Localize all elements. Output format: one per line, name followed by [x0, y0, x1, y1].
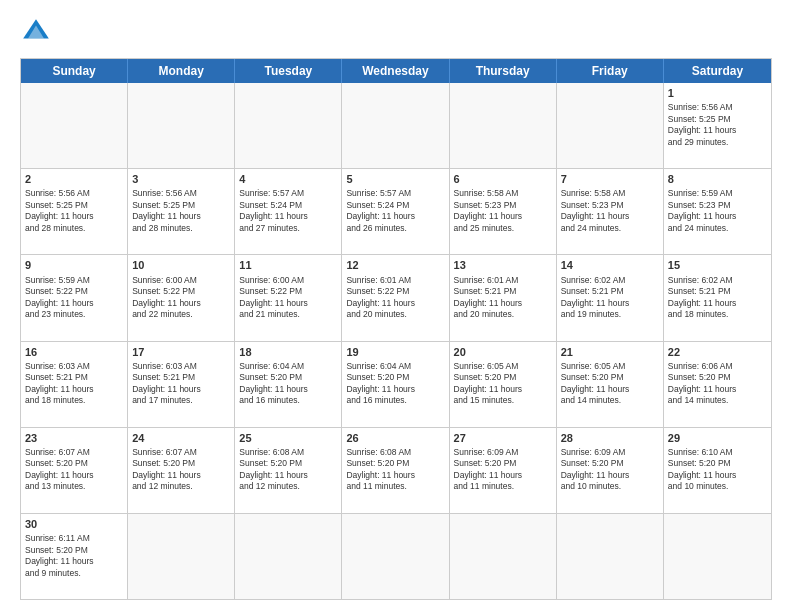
cell-info: Sunrise: 6:06 AM Sunset: 5:20 PM Dayligh…	[668, 361, 767, 407]
day-number: 5	[346, 172, 444, 186]
calendar-cell: 8Sunrise: 5:59 AM Sunset: 5:23 PM Daylig…	[664, 169, 771, 254]
calendar-cell: 16Sunrise: 6:03 AM Sunset: 5:21 PM Dayli…	[21, 342, 128, 427]
calendar-cell: 1Sunrise: 5:56 AM Sunset: 5:25 PM Daylig…	[664, 83, 771, 168]
cell-info: Sunrise: 6:09 AM Sunset: 5:20 PM Dayligh…	[561, 447, 659, 493]
day-number: 12	[346, 258, 444, 272]
calendar-cell: 2Sunrise: 5:56 AM Sunset: 5:25 PM Daylig…	[21, 169, 128, 254]
cell-info: Sunrise: 6:05 AM Sunset: 5:20 PM Dayligh…	[454, 361, 552, 407]
calendar-cell	[557, 83, 664, 168]
calendar-cell: 23Sunrise: 6:07 AM Sunset: 5:20 PM Dayli…	[21, 428, 128, 513]
cell-info: Sunrise: 6:04 AM Sunset: 5:20 PM Dayligh…	[239, 361, 337, 407]
cell-info: Sunrise: 6:00 AM Sunset: 5:22 PM Dayligh…	[132, 275, 230, 321]
calendar-cell: 25Sunrise: 6:08 AM Sunset: 5:20 PM Dayli…	[235, 428, 342, 513]
cell-info: Sunrise: 5:56 AM Sunset: 5:25 PM Dayligh…	[668, 102, 767, 148]
cell-info: Sunrise: 5:59 AM Sunset: 5:23 PM Dayligh…	[668, 188, 767, 234]
day-number: 8	[668, 172, 767, 186]
day-number: 2	[25, 172, 123, 186]
logo	[20, 16, 56, 48]
calendar-cell: 17Sunrise: 6:03 AM Sunset: 5:21 PM Dayli…	[128, 342, 235, 427]
cell-info: Sunrise: 6:03 AM Sunset: 5:21 PM Dayligh…	[132, 361, 230, 407]
header	[20, 16, 772, 48]
day-number: 25	[239, 431, 337, 445]
day-number: 6	[454, 172, 552, 186]
day-number: 22	[668, 345, 767, 359]
day-number: 7	[561, 172, 659, 186]
calendar-cell: 19Sunrise: 6:04 AM Sunset: 5:20 PM Dayli…	[342, 342, 449, 427]
calendar-cell: 30Sunrise: 6:11 AM Sunset: 5:20 PM Dayli…	[21, 514, 128, 599]
cell-info: Sunrise: 6:10 AM Sunset: 5:20 PM Dayligh…	[668, 447, 767, 493]
day-number: 19	[346, 345, 444, 359]
calendar-cell: 28Sunrise: 6:09 AM Sunset: 5:20 PM Dayli…	[557, 428, 664, 513]
weekday-header-thursday: Thursday	[450, 59, 557, 83]
day-number: 4	[239, 172, 337, 186]
weekday-header-sunday: Sunday	[21, 59, 128, 83]
cell-info: Sunrise: 6:01 AM Sunset: 5:21 PM Dayligh…	[454, 275, 552, 321]
calendar-cell	[235, 514, 342, 599]
weekday-header-monday: Monday	[128, 59, 235, 83]
calendar-row-2: 9Sunrise: 5:59 AM Sunset: 5:22 PM Daylig…	[21, 255, 771, 341]
calendar-cell: 13Sunrise: 6:01 AM Sunset: 5:21 PM Dayli…	[450, 255, 557, 340]
cell-info: Sunrise: 6:01 AM Sunset: 5:22 PM Dayligh…	[346, 275, 444, 321]
calendar-cell	[450, 83, 557, 168]
calendar-cell: 21Sunrise: 6:05 AM Sunset: 5:20 PM Dayli…	[557, 342, 664, 427]
cell-info: Sunrise: 6:02 AM Sunset: 5:21 PM Dayligh…	[668, 275, 767, 321]
calendar-cell: 24Sunrise: 6:07 AM Sunset: 5:20 PM Dayli…	[128, 428, 235, 513]
cell-info: Sunrise: 6:08 AM Sunset: 5:20 PM Dayligh…	[239, 447, 337, 493]
day-number: 24	[132, 431, 230, 445]
page: SundayMondayTuesdayWednesdayThursdayFrid…	[0, 0, 792, 612]
calendar-cell: 20Sunrise: 6:05 AM Sunset: 5:20 PM Dayli…	[450, 342, 557, 427]
day-number: 11	[239, 258, 337, 272]
calendar-cell: 9Sunrise: 5:59 AM Sunset: 5:22 PM Daylig…	[21, 255, 128, 340]
calendar-cell	[128, 514, 235, 599]
calendar-row-1: 2Sunrise: 5:56 AM Sunset: 5:25 PM Daylig…	[21, 169, 771, 255]
calendar-cell: 3Sunrise: 5:56 AM Sunset: 5:25 PM Daylig…	[128, 169, 235, 254]
weekday-header-saturday: Saturday	[664, 59, 771, 83]
day-number: 20	[454, 345, 552, 359]
calendar-row-0: 1Sunrise: 5:56 AM Sunset: 5:25 PM Daylig…	[21, 83, 771, 169]
cell-info: Sunrise: 6:00 AM Sunset: 5:22 PM Dayligh…	[239, 275, 337, 321]
cell-info: Sunrise: 6:11 AM Sunset: 5:20 PM Dayligh…	[25, 533, 123, 579]
calendar-cell	[450, 514, 557, 599]
calendar-body: 1Sunrise: 5:56 AM Sunset: 5:25 PM Daylig…	[21, 83, 771, 599]
cell-info: Sunrise: 6:03 AM Sunset: 5:21 PM Dayligh…	[25, 361, 123, 407]
cell-info: Sunrise: 5:58 AM Sunset: 5:23 PM Dayligh…	[454, 188, 552, 234]
cell-info: Sunrise: 6:07 AM Sunset: 5:20 PM Dayligh…	[132, 447, 230, 493]
day-number: 30	[25, 517, 123, 531]
day-number: 23	[25, 431, 123, 445]
cell-info: Sunrise: 5:56 AM Sunset: 5:25 PM Dayligh…	[132, 188, 230, 234]
day-number: 14	[561, 258, 659, 272]
day-number: 3	[132, 172, 230, 186]
day-number: 28	[561, 431, 659, 445]
day-number: 29	[668, 431, 767, 445]
weekday-header-tuesday: Tuesday	[235, 59, 342, 83]
calendar-cell: 29Sunrise: 6:10 AM Sunset: 5:20 PM Dayli…	[664, 428, 771, 513]
day-number: 17	[132, 345, 230, 359]
calendar-cell: 7Sunrise: 5:58 AM Sunset: 5:23 PM Daylig…	[557, 169, 664, 254]
calendar-cell: 6Sunrise: 5:58 AM Sunset: 5:23 PM Daylig…	[450, 169, 557, 254]
weekday-header-friday: Friday	[557, 59, 664, 83]
calendar-cell: 10Sunrise: 6:00 AM Sunset: 5:22 PM Dayli…	[128, 255, 235, 340]
cell-info: Sunrise: 5:58 AM Sunset: 5:23 PM Dayligh…	[561, 188, 659, 234]
cell-info: Sunrise: 5:56 AM Sunset: 5:25 PM Dayligh…	[25, 188, 123, 234]
calendar-header: SundayMondayTuesdayWednesdayThursdayFrid…	[21, 59, 771, 83]
calendar-cell: 27Sunrise: 6:09 AM Sunset: 5:20 PM Dayli…	[450, 428, 557, 513]
day-number: 16	[25, 345, 123, 359]
calendar-cell: 18Sunrise: 6:04 AM Sunset: 5:20 PM Dayli…	[235, 342, 342, 427]
cell-info: Sunrise: 6:08 AM Sunset: 5:20 PM Dayligh…	[346, 447, 444, 493]
cell-info: Sunrise: 6:04 AM Sunset: 5:20 PM Dayligh…	[346, 361, 444, 407]
day-number: 1	[668, 86, 767, 100]
calendar-row-4: 23Sunrise: 6:07 AM Sunset: 5:20 PM Dayli…	[21, 428, 771, 514]
cell-info: Sunrise: 6:02 AM Sunset: 5:21 PM Dayligh…	[561, 275, 659, 321]
calendar-cell: 12Sunrise: 6:01 AM Sunset: 5:22 PM Dayli…	[342, 255, 449, 340]
calendar-cell: 14Sunrise: 6:02 AM Sunset: 5:21 PM Dayli…	[557, 255, 664, 340]
day-number: 26	[346, 431, 444, 445]
cell-info: Sunrise: 5:59 AM Sunset: 5:22 PM Dayligh…	[25, 275, 123, 321]
calendar-cell	[342, 83, 449, 168]
calendar-cell: 26Sunrise: 6:08 AM Sunset: 5:20 PM Dayli…	[342, 428, 449, 513]
calendar-cell	[235, 83, 342, 168]
day-number: 13	[454, 258, 552, 272]
day-number: 21	[561, 345, 659, 359]
calendar-row-3: 16Sunrise: 6:03 AM Sunset: 5:21 PM Dayli…	[21, 342, 771, 428]
calendar-cell: 4Sunrise: 5:57 AM Sunset: 5:24 PM Daylig…	[235, 169, 342, 254]
cell-info: Sunrise: 6:09 AM Sunset: 5:20 PM Dayligh…	[454, 447, 552, 493]
